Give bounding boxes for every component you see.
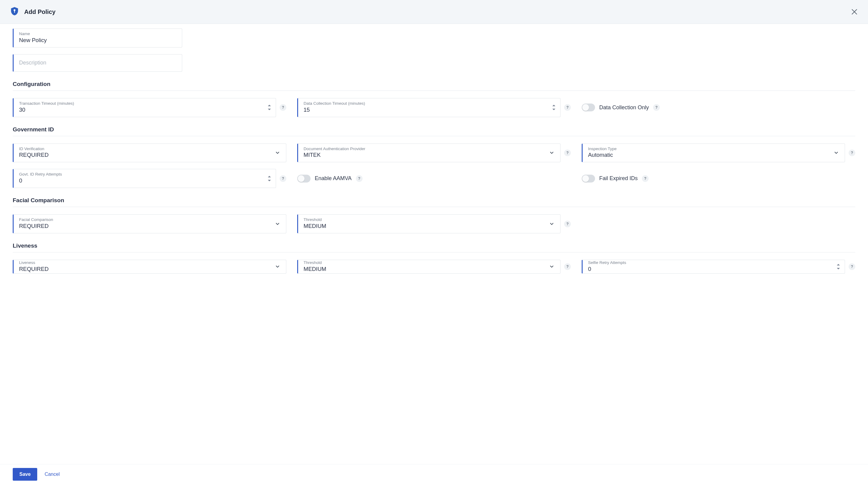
form-scroll-area[interactable]: Name New Policy Description Configuratio… [0,23,868,464]
id-verification-label: ID Verification [19,147,281,151]
help-icon[interactable]: ? [849,150,855,156]
spinner-icon[interactable] [552,98,555,117]
name-label: Name [19,32,177,36]
transaction-timeout-value: 30 [19,106,271,114]
data-collection-only-toggle[interactable] [582,103,595,111]
footer-bar: Save Cancel [0,464,868,484]
selfie-retry-value: 0 [588,266,840,273]
selfie-retry-label: Selfie Retry Attempts [588,261,840,265]
doc-auth-provider-label: Document Authentication Provider [304,147,555,151]
id-verification-value: REQUIRED [19,151,281,159]
svg-rect-1 [14,10,15,13]
doc-auth-provider-value: MITEK [304,151,555,159]
help-icon[interactable]: ? [356,175,363,182]
help-icon[interactable]: ? [280,175,286,182]
inspection-type-select[interactable]: Inspection Type Automatic [582,144,845,162]
help-icon[interactable]: ? [564,150,571,156]
selfie-retry-field[interactable]: Selfie Retry Attempts 0 [582,260,845,274]
enable-aamva-toggle[interactable] [297,175,311,183]
facial-comparison-label: Facial Comparison [19,218,281,222]
facial-comparison-value: REQUIRED [19,222,281,230]
facial-threshold-select[interactable]: Threshold MEDIUM [297,214,560,233]
help-icon[interactable]: ? [564,263,571,270]
help-icon[interactable]: ? [280,104,286,111]
liveness-threshold-label: Threshold [304,261,555,265]
govt-id-retry-field[interactable]: Govt. ID Retry Attempts 0 [13,169,276,188]
doc-auth-provider-select[interactable]: Document Authentication Provider MITEK [297,144,560,162]
help-icon[interactable]: ? [653,104,660,111]
help-icon[interactable]: ? [642,175,649,182]
id-verification-select[interactable]: ID Verification REQUIRED [13,144,286,162]
close-button[interactable] [850,7,859,16]
modal-title: Add Policy [24,8,55,16]
facial-threshold-label: Threshold [304,218,555,222]
name-value: New Policy [19,37,177,44]
spinner-icon[interactable] [268,169,271,188]
shield-icon [10,7,19,17]
govt-id-retry-value: 0 [19,177,271,185]
facial-comparison-select[interactable]: Facial Comparison REQUIRED [13,214,286,233]
liveness-select[interactable]: Liveness REQUIRED [13,260,286,274]
help-icon[interactable]: ? [564,221,571,227]
data-collection-timeout-field[interactable]: Data Collection Timeout (minutes) 15 [297,98,560,117]
transaction-timeout-field[interactable]: Transaction Timeout (minutes) 30 [13,98,276,117]
help-icon[interactable]: ? [849,263,855,270]
fail-expired-ids-toggle[interactable] [582,175,595,183]
section-title-configuration: Configuration [13,81,855,91]
transaction-timeout-label: Transaction Timeout (minutes) [19,101,271,106]
data-collection-only-label: Data Collection Only [599,104,649,111]
help-icon[interactable]: ? [564,104,571,111]
name-field[interactable]: Name New Policy [13,28,182,48]
govt-id-retry-label: Govt. ID Retry Attempts [19,172,271,177]
inspection-type-label: Inspection Type [588,147,840,151]
liveness-label: Liveness [19,261,281,265]
liveness-threshold-select[interactable]: Threshold MEDIUM [297,260,560,274]
facial-threshold-value: MEDIUM [304,222,555,230]
section-title-government-id: Government ID [13,126,855,136]
section-title-facial: Facial Comparison [13,197,855,207]
modal-header: Add Policy [0,0,868,24]
description-placeholder: Description [19,60,177,66]
liveness-value: REQUIRED [19,266,281,273]
data-collection-timeout-label: Data Collection Timeout (minutes) [304,101,555,106]
save-button[interactable]: Save [13,468,37,481]
cancel-button[interactable]: Cancel [44,472,60,477]
fail-expired-ids-label: Fail Expired IDs [599,175,638,182]
enable-aamva-label: Enable AAMVA [315,175,352,182]
spinner-icon[interactable] [837,260,840,273]
liveness-threshold-value: MEDIUM [304,266,555,273]
inspection-type-value: Automatic [588,151,840,159]
section-title-liveness: Liveness [13,242,855,252]
spinner-icon[interactable] [268,98,271,117]
description-field[interactable]: Description [13,54,182,72]
data-collection-timeout-value: 15 [304,106,555,114]
